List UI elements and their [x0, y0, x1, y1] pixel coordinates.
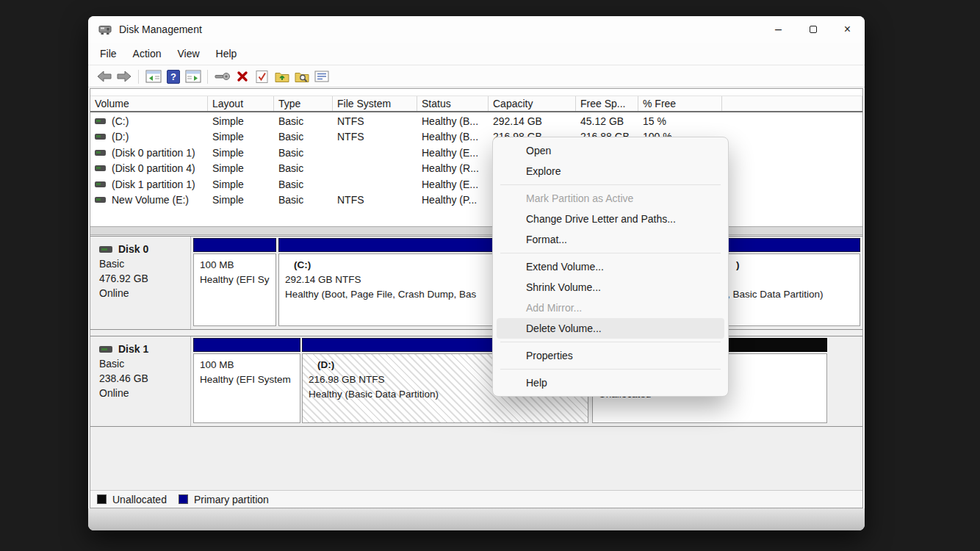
volume-name: (C:)	[112, 115, 129, 127]
partition-size: 100 MB	[200, 258, 270, 273]
primary-partition-swatch	[179, 494, 188, 504]
partition-name: (C:)	[285, 258, 506, 273]
volume-name: (Disk 0 partition 4)	[112, 162, 195, 174]
disk0-size: 476.92 GB	[99, 273, 190, 284]
toolbar: ?	[88, 66, 865, 87]
disk1-type: Basic	[99, 358, 190, 370]
column-header-spacer	[722, 96, 862, 111]
menu-item-open[interactable]: Open	[497, 140, 724, 161]
partition-size: 292.14 GB NTFS	[285, 273, 506, 287]
disk1-status: Online	[99, 387, 190, 399]
volume-name: New Volume (E:)	[112, 194, 189, 206]
disk-icon	[99, 246, 112, 253]
volume-icon	[95, 150, 106, 156]
column-header-type[interactable]: Type	[274, 96, 333, 111]
back-icon[interactable]	[94, 68, 114, 86]
forward-icon[interactable]	[114, 68, 134, 86]
console-area: Volume Layout Type File System Status Ca…	[90, 88, 863, 508]
disk1-size: 238.46 GB	[99, 372, 190, 384]
disk0-partition-c[interactable]: (C:) 292.14 GB NTFS Healthy (Boot, Page …	[278, 238, 513, 326]
table-row-c[interactable]: (C:) Simple Basic NTFS Healthy (B... 292…	[90, 113, 862, 129]
partition-status: Healthy (EFI Sy	[200, 273, 270, 287]
volume-name: (Disk 0 partition 1)	[112, 147, 195, 159]
table-row-disk0-part1[interactable]: (Disk 0 partition 1) Simple Basic Health…	[90, 145, 862, 160]
disk0-name: Disk 0	[118, 243, 148, 255]
menu-item-shrink-volume[interactable]: Shrink Volume...	[497, 277, 724, 298]
menu-view[interactable]: View	[169, 44, 207, 63]
console-tree-icon[interactable]	[143, 68, 163, 86]
disk1-name: Disk 1	[118, 343, 148, 355]
menu-item-extend-volume[interactable]: Extend Volume...	[497, 256, 724, 277]
svg-text:?: ?	[170, 71, 176, 82]
menu-separator	[500, 184, 721, 185]
column-header-status[interactable]: Status	[417, 96, 489, 111]
folder-up-icon[interactable]	[272, 68, 292, 86]
app-disk-icon	[98, 24, 112, 35]
column-header-capacity[interactable]: Capacity	[489, 96, 576, 111]
toolbar-separator	[138, 70, 139, 84]
unallocated-swatch	[97, 494, 107, 504]
partition-status: Healthy (Boot, Page File, Crash Dump, Ba…	[285, 287, 506, 302]
desktop-backdrop: Disk Management – × File Action View Hel…	[0, 0, 980, 551]
toolbar-separator	[207, 70, 208, 84]
menu-item-add-mirror: Add Mirror...	[497, 298, 724, 318]
menu-separator	[500, 253, 721, 253]
menu-bar: File Action View Help	[88, 43, 865, 65]
folder-search-icon[interactable]	[292, 68, 311, 86]
menu-item-format[interactable]: Format...	[497, 229, 724, 250]
menu-item-change-drive-letter[interactable]: Change Drive Letter and Paths...	[497, 209, 724, 229]
details-list-icon[interactable]	[311, 68, 331, 86]
help-icon[interactable]: ?	[163, 68, 183, 86]
primary-partition-band	[193, 238, 276, 252]
partition-size: 100 MB	[200, 358, 294, 372]
menu-item-help[interactable]: Help	[497, 372, 724, 393]
disk1-label[interactable]: Disk 1 Basic 238.46 GB Online	[90, 336, 191, 426]
legend-unallocated: Unallocated	[112, 494, 167, 505]
action-pane-icon[interactable]	[183, 68, 203, 86]
volume-name: (Disk 1 partition 1)	[112, 179, 195, 190]
context-menu: Open Explore Mark Partition as Active Ch…	[492, 137, 729, 397]
disk0-partition-efi[interactable]: 100 MB Healthy (EFI Sy	[193, 238, 276, 326]
column-header-file-system[interactable]: File System	[333, 96, 417, 111]
menu-item-properties[interactable]: Properties	[497, 345, 724, 366]
menu-action[interactable]: Action	[125, 44, 170, 63]
disk0-type: Basic	[99, 258, 190, 270]
table-row-new-volume-e[interactable]: New Volume (E:) Simple Basic NTFS Health…	[90, 192, 862, 207]
delete-x-icon[interactable]	[232, 68, 252, 86]
column-header-free-space[interactable]: Free Sp...	[576, 96, 638, 111]
menu-item-mark-partition-active: Mark Partition as Active	[497, 188, 724, 209]
maximize-button[interactable]	[796, 16, 830, 43]
volume-icon	[95, 181, 106, 187]
volume-list-pane: Volume Layout Type File System Status Ca…	[90, 89, 862, 226]
minimize-button[interactable]: –	[761, 16, 796, 43]
properties-check-icon[interactable]	[252, 68, 272, 86]
column-header-volume[interactable]: Volume	[90, 96, 208, 111]
volume-list-header: Volume Layout Type File System Status Ca…	[90, 96, 862, 112]
disk0-status: Online	[99, 287, 190, 299]
disk1-partition-efi[interactable]: 100 MB Healthy (EFI System	[193, 338, 300, 423]
disk0-label[interactable]: Disk 0 Basic 476.92 GB Online	[90, 237, 191, 329]
close-button[interactable]: ×	[830, 16, 865, 43]
disk1-row: Disk 1 Basic 238.46 GB Online 100 MB Hea…	[90, 336, 862, 427]
primary-partition-band	[278, 238, 513, 252]
menu-separator	[500, 342, 721, 342]
primary-partition-band	[193, 338, 300, 352]
volume-name: (D:)	[112, 131, 129, 143]
wrench-icon[interactable]	[212, 68, 232, 86]
menu-separator	[500, 369, 721, 370]
menu-help[interactable]: Help	[208, 44, 245, 63]
table-row-disk1-part1[interactable]: (Disk 1 partition 1) Simple Basic Health…	[90, 176, 862, 192]
menu-item-explore[interactable]: Explore	[497, 161, 724, 181]
volume-icon	[95, 118, 106, 124]
pane-splitter[interactable]	[90, 226, 862, 235]
menu-file[interactable]: File	[92, 44, 125, 63]
column-header-layout[interactable]: Layout	[208, 96, 274, 111]
table-row-d[interactable]: (D:) Simple Basic NTFS Healthy (B... 216…	[90, 129, 862, 144]
volume-icon	[95, 197, 106, 203]
title-bar[interactable]: Disk Management – ×	[88, 16, 865, 43]
table-row-disk0-part4[interactable]: (Disk 0 partition 4) Simple Basic Health…	[90, 160, 862, 176]
maximize-icon	[810, 26, 817, 33]
legend-primary: Primary partition	[194, 494, 269, 505]
menu-item-delete-volume[interactable]: Delete Volume...	[497, 318, 724, 339]
column-header-pct-free[interactable]: % Free	[638, 96, 722, 111]
